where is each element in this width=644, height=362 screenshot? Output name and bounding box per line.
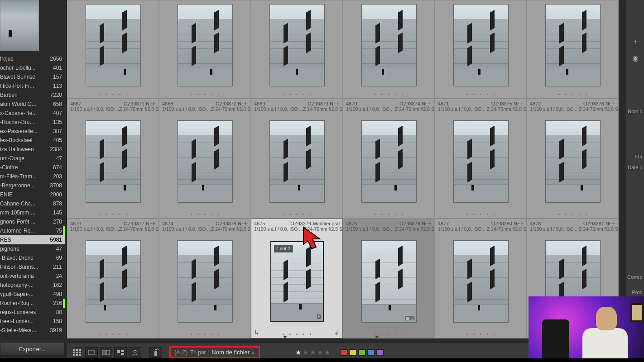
photo-filename: _OZ93378.NEF <box>213 221 248 226</box>
navigator-thumbnail[interactable] <box>0 0 39 51</box>
folder-row[interactable]: -Sitelle-Mésa...3919 <box>0 326 65 335</box>
grid-cell[interactable]: 4870_OZ93374.NEF1/160 s à f / 8,0, ISO .… <box>343 99 435 219</box>
thumbnail-image: ▦ ± <box>361 240 417 323</box>
grid-cell[interactable]: 4869_OZ93373.NEF1/160 s à f / 8,0, ISO .… <box>251 99 343 219</box>
photo-index: 4868 <box>162 101 173 106</box>
stack-badge[interactable]: 1 sur 2 <box>274 245 293 252</box>
color-label-swatch[interactable] <box>367 349 375 356</box>
folder-row[interactable]: ENIE2900 <box>0 190 65 199</box>
folder-row[interactable]: -Rocher-Bru...135 <box>0 118 65 127</box>
svg-rect-0 <box>73 349 75 351</box>
folder-row[interactable]: tifice-Port-Fr...113 <box>0 81 65 90</box>
folder-count: 407 <box>50 110 62 116</box>
add-button[interactable]: ＋ <box>626 33 644 50</box>
grid-cell[interactable] <box>527 0 619 99</box>
folder-row[interactable]: alon World O...658 <box>0 100 65 109</box>
grid-cell[interactable] <box>159 0 251 99</box>
folder-count: 157 <box>50 74 62 80</box>
grid-cell[interactable]: 4873_OZ93377.NEF1/160 s à f / 8,0, ISO .… <box>67 219 159 338</box>
star-3[interactable]: ★ <box>310 348 316 357</box>
folder-row[interactable]: treet-Lumièr...158 <box>0 317 65 326</box>
photo-metadata: 1/160 s à f / 8,0, ISO ...Z 24-70mm f/2.… <box>67 226 159 233</box>
color-label-swatch[interactable] <box>358 349 365 356</box>
star-2[interactable]: ★ <box>303 348 308 357</box>
grid-cell[interactable] <box>67 0 159 99</box>
folder-row[interactable]: Rocher-Roq...216 <box>0 299 65 308</box>
star-5[interactable]: ★ <box>324 348 330 357</box>
grid-cell[interactable]: 4875_OZ93379-Modifier.psd1/160 s à f / 8… <box>251 219 343 338</box>
folder-row[interactable]: m-Filés-Tram...203 <box>0 172 65 181</box>
folder-row[interactable]: Barben7220 <box>0 90 65 100</box>
folder-row[interactable]: pignons47 <box>0 244 65 253</box>
sort-control[interactable]: {A↓Z} Tri par : Nom de fichier ≑ <box>169 346 260 358</box>
rating-filter[interactable]: ★ ★ ★ ★ ★ <box>295 348 330 357</box>
loupe-view-button[interactable] <box>85 347 98 358</box>
thumbnail-image <box>453 4 509 86</box>
folder-row[interactable]: Pinson-Sunris...211 <box>0 262 65 272</box>
stack-expand-icon[interactable]: ↲ <box>334 329 340 336</box>
folder-row[interactable]: -Bergeronne...3708 <box>0 181 65 190</box>
grid-cell[interactable] <box>251 0 343 99</box>
folder-row[interactable]: Cabane-Cha...878 <box>0 199 65 208</box>
visibility-button[interactable]: ◉ <box>626 50 644 66</box>
folder-name: Barben <box>0 92 47 98</box>
export-button[interactable]: Exporter... <box>0 342 65 356</box>
grid-cell[interactable]: 4871_OZ93375.NEF1/160 s à f / 8,0, ISO .… <box>435 99 527 219</box>
folder-row[interactable]: Blavet-Sunrise157 <box>0 72 65 81</box>
grid-cell[interactable]: 4868_OZ93372.NEF1/160 s à f / 8,0, ISO .… <box>159 99 251 219</box>
folder-row[interactable]: ont-vertorama24 <box>0 272 65 281</box>
folder-row[interactable]: mm-105mm-...145 <box>0 208 65 217</box>
svg-rect-6 <box>73 354 75 356</box>
sort-label: Tri par : <box>190 349 209 356</box>
grid-cell[interactable]: 4876_OZ93379.NEF1/160 s à f / 8,0, ISO .… <box>343 219 435 338</box>
folder-row[interactable]: RES5981 <box>0 235 65 244</box>
svg-rect-5 <box>79 352 81 353</box>
grid-cell[interactable]: 4867_OZ93371.NEF1/160 s à f / 8,0, ISO .… <box>67 99 159 219</box>
folder-row[interactable]: -Cloître674 <box>0 163 65 172</box>
spray-tool-button[interactable] <box>149 347 162 358</box>
survey-view-button[interactable] <box>114 347 127 358</box>
compare-view-button[interactable] <box>100 347 112 358</box>
folder-row[interactable]: gnons-Forêt-...270 <box>0 217 65 226</box>
folder-name: réjus-Lumières <box>0 309 53 315</box>
folder-row[interactable]: ygulf-Sapin-...498 <box>0 290 65 299</box>
star-4[interactable]: ★ <box>317 348 323 357</box>
thumbnail-image <box>178 120 233 203</box>
color-label-swatch[interactable] <box>340 349 347 356</box>
people-view-button[interactable] <box>129 347 141 358</box>
stack-collapse-icon[interactable]: ↳ <box>254 329 260 336</box>
folder-row[interactable]: hotography-...162 <box>0 281 65 290</box>
folder-count: 3708 <box>47 182 62 189</box>
photo-filename: _OZ93371.NEF <box>121 101 156 106</box>
svg-rect-17 <box>155 349 157 350</box>
folder-row[interactable]: frejus2656 <box>0 54 65 63</box>
folder-row[interactable]: -Blavet-Drone69 <box>0 253 65 262</box>
folder-row[interactable]: réjus-Lumières80 <box>0 308 65 317</box>
folder-name: ont-vertorama <box>0 273 53 279</box>
color-label-swatch[interactable] <box>376 349 384 356</box>
thumbnail-image <box>453 240 509 323</box>
folder-name: Rocher-Roq... <box>0 300 50 306</box>
svg-rect-9 <box>88 350 95 355</box>
grid-cell[interactable]: 4872_OZ93376.NEF1/160 s à f / 8,0, ISO .… <box>527 99 619 219</box>
folder-row[interactable]: x-Cabane-He...407 <box>0 109 65 118</box>
photo-index: 4871 <box>438 101 449 106</box>
sort-direction-icon[interactable]: {A↓Z} <box>174 349 187 356</box>
grid-cell[interactable] <box>435 0 527 99</box>
folder-row[interactable]: iza Halloween2384 <box>0 145 65 154</box>
grid-cell[interactable]: 4877_OZ93380.NEF1/160 s à f / 8,0, ISO .… <box>435 219 527 338</box>
star-1[interactable]: ★ <box>295 348 301 357</box>
color-label-swatch[interactable] <box>349 349 356 356</box>
sort-field-dropdown[interactable]: Nom de fichier ≑ <box>211 349 255 356</box>
folder-row[interactable]: ocher-Libellu...401 <box>0 63 65 72</box>
folder-row[interactable]: es-Passerelle...387 <box>0 127 65 136</box>
folder-row[interactable]: um-Orage47 <box>0 154 65 163</box>
folder-name: es-Passerelle... <box>0 128 50 134</box>
thumbnail-image <box>178 4 233 86</box>
folder-row[interactable]: Automne-Ro...75 <box>0 226 65 235</box>
grid-cell[interactable]: 4874_OZ93378.NEF1/160 s à f / 8,0, ISO .… <box>159 219 251 338</box>
grid-cell[interactable] <box>343 0 435 99</box>
grid-view-button[interactable] <box>71 347 83 358</box>
folder-row[interactable]: les-Bockstael405 <box>0 136 65 145</box>
folder-name: um-Orage <box>0 155 53 162</box>
